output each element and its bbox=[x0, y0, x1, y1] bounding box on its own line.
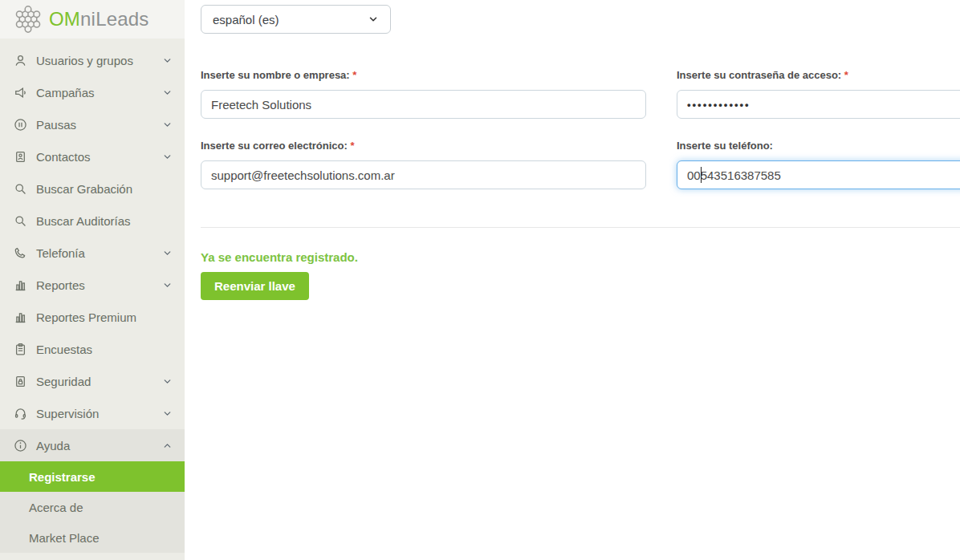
ayuda-submenu: Registrarse Acerca de Market Place bbox=[0, 461, 185, 553]
registration-status-message: Ya se encuentra registrado. bbox=[201, 250, 960, 264]
chevron-down-icon bbox=[162, 279, 173, 290]
megaphone-icon bbox=[14, 86, 27, 99]
required-asterisk: * bbox=[844, 69, 848, 81]
sidebar-menu: Usuarios y grupos Campañas Pausas bbox=[0, 39, 185, 553]
email-field-label: Inserte su correo electrónico: * bbox=[201, 140, 646, 152]
sidebar-item-reportes-premium[interactable]: Reportes Premium bbox=[0, 301, 185, 333]
language-select-value: español (es) bbox=[213, 13, 279, 26]
sidebar-item-label: Seguridad bbox=[36, 375, 162, 388]
sidebar-item-telefonia[interactable]: Telefonía bbox=[0, 237, 185, 269]
headset-icon bbox=[14, 407, 27, 420]
sidebar-subitem-registrarse[interactable]: Registrarse bbox=[0, 461, 185, 492]
resend-key-button[interactable]: Reenviar llave bbox=[201, 272, 309, 300]
lock-card-icon bbox=[14, 375, 27, 388]
app-window: OMniLeads español (es) Usuarios y grupos bbox=[0, 0, 960, 560]
bar-chart-icon bbox=[14, 310, 27, 324]
name-field-label: Inserte su nombre o empresa: * bbox=[201, 69, 646, 81]
sidebar-item-campanas[interactable]: Campañas bbox=[0, 76, 185, 108]
sidebar-item-label: Ayuda bbox=[36, 439, 162, 452]
language-select[interactable]: español (es) bbox=[201, 5, 391, 34]
chevron-down-icon bbox=[162, 247, 173, 258]
sidebar-item-label: Reportes bbox=[36, 278, 162, 292]
chevron-down-icon bbox=[368, 14, 379, 25]
sidebar-subitem-label: Acerca de bbox=[29, 501, 83, 514]
sidebar-item-supervision[interactable]: Supervisión bbox=[0, 397, 185, 429]
name-input[interactable] bbox=[201, 90, 646, 119]
registration-form: Inserte su nombre o empresa: * Inserte s… bbox=[201, 69, 960, 189]
sidebar-item-label: Usuarios y grupos bbox=[36, 54, 162, 67]
password-field-label: Inserte su contraseña de acceso: * bbox=[677, 69, 960, 81]
app-logo: OMniLeads bbox=[13, 4, 149, 34]
sidebar-item-usuarios-y-grupos[interactable]: Usuarios y grupos bbox=[0, 44, 185, 76]
section-divider bbox=[201, 227, 960, 228]
info-circle-icon bbox=[14, 439, 27, 452]
logo-wordmark: OMniLeads bbox=[49, 8, 149, 30]
sidebar-item-label: Buscar Grabación bbox=[36, 182, 173, 196]
sidebar-item-label: Telefonía bbox=[36, 246, 162, 260]
sidebar-item-label: Reportes Premium bbox=[36, 310, 173, 324]
required-asterisk: * bbox=[350, 140, 354, 152]
sidebar-subitem-label: Market Place bbox=[29, 531, 100, 545]
sidebar-item-label: Pausas bbox=[36, 118, 162, 132]
topbar: OMniLeads español (es) bbox=[0, 0, 960, 39]
name-field-group: Inserte su nombre o empresa: * bbox=[201, 69, 646, 119]
sidebar-subitem-market-place[interactable]: Market Place bbox=[0, 522, 185, 553]
sidebar-subitem-label: Registrarse bbox=[29, 470, 96, 484]
main-content: Inserte su nombre o empresa: * Inserte s… bbox=[185, 39, 960, 560]
sidebar-item-label: Contactos bbox=[36, 150, 162, 164]
required-asterisk: * bbox=[352, 69, 356, 81]
sidebar-item-contactos[interactable]: Contactos bbox=[0, 140, 185, 172]
phone-field-label: Inserte su teléfono: bbox=[677, 140, 960, 152]
phone-field-group: Inserte su teléfono: bbox=[673, 140, 960, 189]
sidebar-item-buscar-auditorias[interactable]: Buscar Auditorías bbox=[0, 205, 185, 237]
password-field-group: Inserte su contraseña de acceso: * bbox=[673, 69, 960, 119]
chevron-up-icon bbox=[162, 440, 173, 451]
sidebar-item-label: Encuestas bbox=[36, 343, 173, 356]
chevron-down-icon bbox=[162, 408, 173, 419]
user-icon bbox=[14, 54, 27, 67]
sidebar-item-label: Buscar Auditorías bbox=[36, 214, 173, 228]
chevron-down-icon bbox=[162, 151, 173, 162]
sidebar-item-label: Supervisión bbox=[36, 407, 162, 420]
sidebar: Usuarios y grupos Campañas Pausas bbox=[0, 39, 185, 560]
search-icon bbox=[14, 182, 27, 196]
chevron-down-icon bbox=[162, 375, 173, 387]
chevron-down-icon bbox=[162, 119, 173, 130]
contact-card-icon bbox=[14, 150, 27, 164]
sidebar-item-seguridad[interactable]: Seguridad bbox=[0, 365, 185, 397]
password-input[interactable] bbox=[677, 90, 960, 119]
logo-area: OMniLeads bbox=[0, 0, 185, 39]
chevron-down-icon bbox=[162, 55, 173, 66]
pause-circle-icon bbox=[14, 118, 27, 132]
sidebar-item-ayuda[interactable]: Ayuda bbox=[0, 429, 185, 461]
network-nodes-icon bbox=[13, 4, 43, 34]
sidebar-item-pausas[interactable]: Pausas bbox=[0, 108, 185, 140]
chevron-down-icon bbox=[162, 87, 173, 98]
email-input[interactable] bbox=[201, 160, 646, 189]
sidebar-item-reportes[interactable]: Reportes bbox=[0, 269, 185, 301]
clipboard-icon bbox=[14, 343, 27, 356]
phone-icon bbox=[14, 246, 27, 260]
search-icon bbox=[14, 214, 27, 228]
sidebar-subitem-acerca-de[interactable]: Acerca de bbox=[0, 492, 185, 522]
email-field-group: Inserte su correo electrónico: * bbox=[201, 140, 646, 189]
topbar-content: español (es) bbox=[185, 0, 960, 39]
sidebar-item-label: Campañas bbox=[36, 86, 162, 99]
phone-input[interactable] bbox=[677, 160, 960, 189]
sidebar-item-buscar-grabacion[interactable]: Buscar Grabación bbox=[0, 172, 185, 205]
bar-chart-icon bbox=[14, 278, 27, 292]
sidebar-item-encuestas[interactable]: Encuestas bbox=[0, 333, 185, 365]
text-caret bbox=[701, 167, 702, 183]
